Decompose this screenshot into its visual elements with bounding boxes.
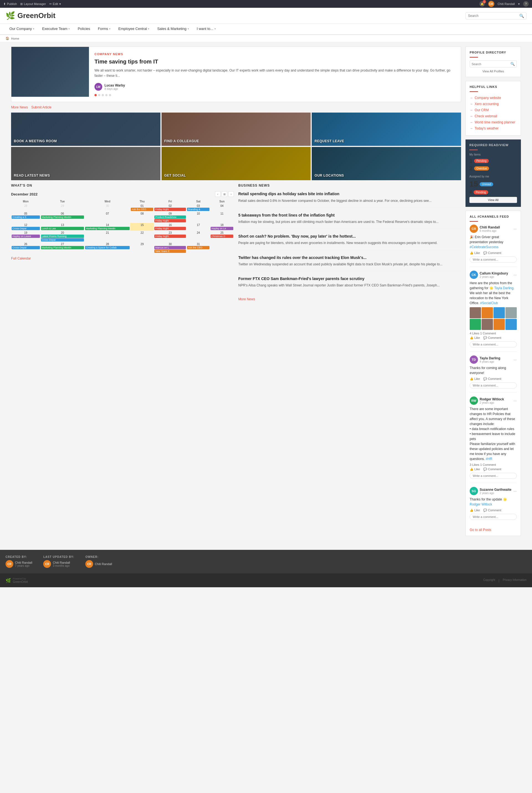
feed-comment-input-0[interactable] <box>470 257 517 262</box>
cal-cell-1-5[interactable]: 10 <box>187 211 210 223</box>
global-search-bar[interactable]: 🔍 <box>466 12 527 19</box>
cal-cell-3-3[interactable]: 22 <box>130 231 154 242</box>
layout-manager-button[interactable]: ⊞ Layout Manager <box>20 2 46 6</box>
article-link-3[interactable]: Twitter has changed its rules over the a… <box>238 255 366 260</box>
feed-more-icon-2[interactable]: ··· <box>513 357 517 362</box>
cal-prev-btn[interactable]: ‹ <box>215 191 221 197</box>
helpful-link-0[interactable]: →Company website <box>470 95 517 101</box>
quick-link-read-news[interactable]: READ LATEST NEWS <box>11 147 160 180</box>
nav-link-employee-central[interactable]: Employee Central ▾ <box>114 24 153 34</box>
cal-event[interactable]: Lunch & Lea <box>41 227 84 230</box>
carousel-dot-2[interactable] <box>98 94 100 96</box>
cal-event[interactable]: Friday Night <box>154 235 186 238</box>
cal-cell-2-3[interactable]: 15 <box>130 223 154 231</box>
carousel-dot-1[interactable] <box>94 94 97 96</box>
cal-event[interactable]: Marketing Planning Meetin <box>41 246 84 249</box>
cal-event[interactable]: Friday Night <box>154 208 186 211</box>
nav-item-sales-marketing[interactable]: Sales & Marketing ▾ <box>153 24 193 34</box>
quick-link-find-colleague[interactable]: FIND A COLLEAGUE <box>162 113 311 146</box>
feed-comment-input-2[interactable] <box>470 382 517 388</box>
cal-cell-3-0[interactable]: 19Hayley on Leave <box>11 231 40 242</box>
cal-cell-4-5[interactable]: 31Ask the CEO <box>187 242 210 254</box>
cal-event[interactable]: Friday Night <box>154 227 186 230</box>
cal-cell-1-6[interactable]: 11 <box>210 211 234 223</box>
cal-cell-4-3[interactable]: 29 <box>130 242 154 254</box>
profile-search-input[interactable] <box>472 62 509 66</box>
search-input[interactable] <box>468 14 518 18</box>
profile-search-bar[interactable]: 🔍 <box>470 60 517 67</box>
feed-comment-btn-2[interactable]: 💬 Comment <box>483 377 501 381</box>
nav-item-policies[interactable]: Policies <box>74 24 94 34</box>
cal-cell-2-0[interactable]: 12Cross-Depar <box>11 223 40 231</box>
cal-cell-2-1[interactable]: 13Lunch & Lea <box>40 223 85 231</box>
cal-cell-3-6[interactable]: 25Christmas D <box>210 231 234 242</box>
helpful-link-5[interactable]: →Today's weather <box>470 125 517 131</box>
cal-event[interactable]: Latest Promo Running <box>41 235 84 238</box>
helpful-link-2[interactable]: →Our CRM <box>470 107 517 113</box>
view-all-profiles-link[interactable]: View All Profiles <box>470 70 517 73</box>
cal-cell-1-3[interactable]: 08 <box>130 211 154 223</box>
go-to-all-posts[interactable]: Go to all Posts <box>470 528 491 532</box>
cal-cell-2-5[interactable]: 17 <box>187 223 210 231</box>
cal-event[interactable]: Creating a S <box>12 216 40 219</box>
cal-event[interactable]: Christmas D <box>211 235 233 238</box>
cal-next-btn[interactable]: › <box>228 191 234 197</box>
cal-cell-2-4[interactable]: 16Friday Night <box>154 223 187 231</box>
cal-cell-1-0[interactable]: 05Creating a S <box>11 211 40 223</box>
hero-title[interactable]: Time saving tips from IT <box>94 58 455 65</box>
full-calendar-link[interactable]: Full Calendar <box>11 257 31 260</box>
nav-link-our-company[interactable]: Our Company ▾ <box>5 24 38 34</box>
cal-cell-1-1[interactable]: 06Marketing Planning Meetin <box>40 211 85 223</box>
cal-event[interactable]: Friday Night <box>154 219 186 222</box>
cal-grid-btn[interactable]: ⊞ <box>222 191 227 197</box>
cal-event[interactable]: Hayley on Le <box>211 227 233 230</box>
feed-like-btn-3[interactable]: 👍 Like <box>470 467 480 471</box>
help-icon[interactable]: ? <box>523 1 529 7</box>
nav-item-our-company[interactable]: Our Company ▾ <box>5 24 38 34</box>
nav-item-executive-team[interactable]: Executive Team ▾ <box>38 24 74 34</box>
nav-link-forms[interactable]: Forms ▾ <box>94 24 114 34</box>
cal-cell-4-1[interactable]: 27Marketing Planning Meetin <box>40 242 85 254</box>
cal-event[interactable]: Creating a Space for Collab <box>85 246 130 249</box>
publish-button[interactable]: ⬆ Publish <box>3 2 17 6</box>
article-link-1[interactable]: 5 takeaways from the front lines of the … <box>238 213 335 217</box>
breadcrumb-home[interactable]: Home <box>11 37 19 40</box>
feed-more-icon-1[interactable]: ··· <box>513 273 517 277</box>
feed-more-icon-0[interactable]: ··· <box>513 226 517 231</box>
cal-cell-3-5[interactable]: 24 <box>187 231 210 242</box>
feed-comment-btn-4[interactable]: 💬 Comment <box>483 509 501 512</box>
nav-link-i-want-to[interactable]: I want to... ▾ <box>193 24 220 34</box>
quick-link-book-meeting[interactable]: BOOK A MEETING ROOM <box>11 113 160 146</box>
view-all-btn[interactable]: View All <box>469 197 517 203</box>
notification-bell[interactable]: 🔔 1 <box>479 1 485 7</box>
nav-link-executive-team[interactable]: Executive Team ▾ <box>38 24 74 34</box>
cal-cell-4-4[interactable]: 30Marcus on LNew Years E <box>154 242 187 254</box>
cal-cell-3-2[interactable]: 21 <box>84 231 130 242</box>
cal-event[interactable]: Marketing Planning Meetin <box>41 216 84 219</box>
article-title-3[interactable]: Twitter has changed its rules over the a… <box>238 255 461 260</box>
business-more-news[interactable]: More News <box>238 297 255 301</box>
cal-cell-3-4[interactable]: 23Friday Night <box>154 231 187 242</box>
cal-event[interactable]: Branding & <box>187 208 209 211</box>
cal-cell-4-0[interactable]: 26Cross-Depar <box>11 242 40 254</box>
article-title-4[interactable]: Former FTX CEO Sam Bankman-Fried's lawye… <box>238 276 461 281</box>
carousel-dot-3[interactable] <box>102 94 104 96</box>
cal-cell-2-6[interactable]: 18Hayley on Le <box>210 223 234 231</box>
quick-link-request-leave[interactable]: REQUEST LEAVE <box>312 113 461 146</box>
feed-like-btn-4[interactable]: 👍 Like <box>470 509 480 512</box>
quick-link-our-locations[interactable]: OUR LOCATIONS <box>312 147 461 180</box>
cal-event[interactable]: Cross-Depar <box>41 238 84 241</box>
cal-event[interactable]: Product Roadshow <box>154 216 186 219</box>
cal-cell-4-2[interactable]: 28Creating a Space for Collab <box>84 242 130 254</box>
edit-button[interactable]: ✏ Edit ▾ <box>49 2 61 6</box>
cal-cell-1-2[interactable]: 07 <box>84 211 130 223</box>
article-link-0[interactable]: Retail spending dips as holiday sales bi… <box>238 191 339 196</box>
feed-more-icon-3[interactable]: ··· <box>513 399 517 403</box>
nav-item-i-want-to[interactable]: I want to... ▾ <box>193 24 220 34</box>
cal-cell-1-4[interactable]: 09Product RoadshowFriday Night <box>154 211 187 223</box>
cal-cell-4-6[interactable] <box>210 242 234 254</box>
article-title-1[interactable]: 5 takeaways from the front lines of the … <box>238 213 461 218</box>
cal-cell-0-3[interactable]: 01Ask the CEO <box>130 204 154 211</box>
feed-more-icon-4[interactable]: ··· <box>513 489 517 493</box>
cal-event[interactable]: Ask the CEO <box>187 246 209 249</box>
